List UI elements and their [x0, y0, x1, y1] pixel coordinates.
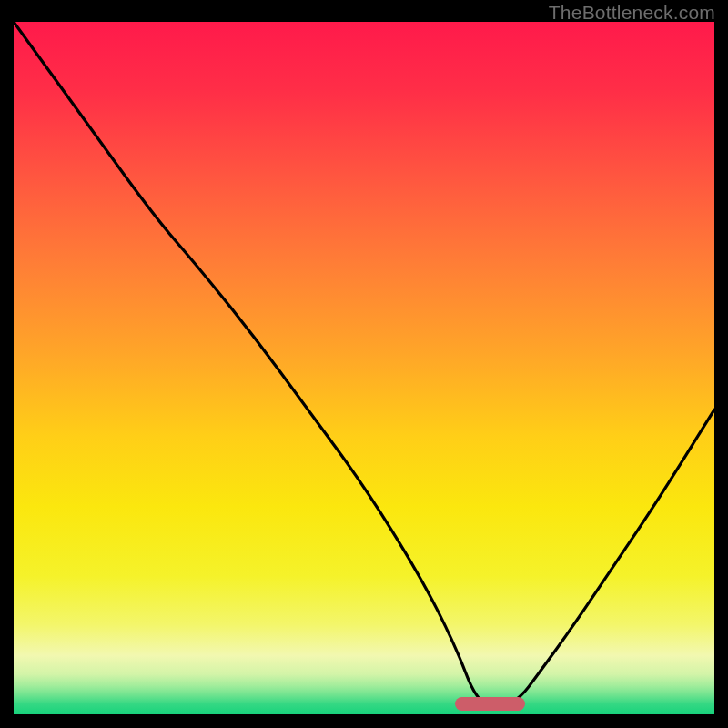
bottleneck-curve	[14, 22, 714, 714]
watermark-text: TheBottleneck.com	[549, 2, 715, 24]
optimal-range-marker	[455, 697, 525, 711]
chart-frame: TheBottleneck.com	[0, 0, 728, 728]
plot-area	[14, 22, 714, 714]
